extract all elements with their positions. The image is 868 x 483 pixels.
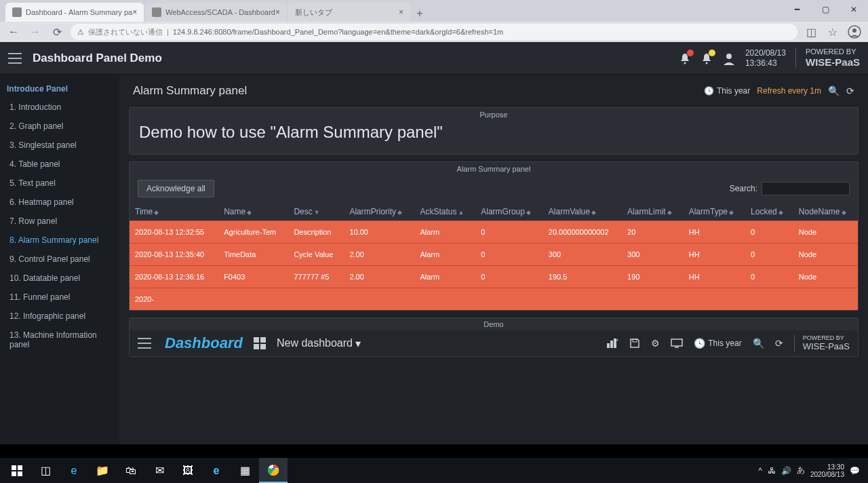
dashboard-brand: Dashboard (165, 334, 243, 352)
browser-tab[interactable]: WebAccess/SCADA - Dashboard × (145, 3, 287, 22)
network-icon[interactable]: 🖧 (768, 466, 776, 476)
edge-icon[interactable]: e (60, 458, 88, 483)
ime-icon[interactable]: あ (797, 465, 805, 476)
svg-point-3 (705, 62, 707, 64)
col-priority[interactable]: AlarmPriority◆ (344, 203, 414, 221)
save-icon[interactable] (629, 338, 640, 349)
sidebar-item-machine-info[interactable]: 13. Machine Information panel (0, 326, 119, 354)
close-tab-icon[interactable]: × (275, 7, 280, 17)
col-desc[interactable]: Desc▼ (288, 203, 344, 221)
powered-by: POWERED BY WISE-PaaS (795, 47, 860, 69)
sidebar-item-infographic[interactable]: 12. Infographic panel (0, 307, 119, 326)
cell-locked: 0 (745, 221, 793, 244)
start-button[interactable] (3, 458, 31, 483)
refresh-icon[interactable]: ⟳ (775, 338, 783, 349)
settings-icon[interactable]: ⚙ (651, 338, 660, 349)
tv-icon[interactable] (671, 339, 683, 348)
sidebar-item-datatable[interactable]: 10. Datatable panel (0, 269, 119, 288)
col-locked[interactable]: Locked◆ (745, 203, 793, 221)
url-input[interactable]: ⚠ 保護されていない通信 | 124.9.8.246:8080/frame/Da… (71, 24, 797, 40)
zoom-out-icon[interactable]: 🔍 (828, 85, 840, 96)
task-view-icon[interactable]: ◫ (31, 458, 60, 483)
chrome-icon[interactable] (259, 458, 288, 483)
sidebar-item-text[interactable]: 5. Text panel (0, 174, 119, 193)
refresh-icon[interactable]: ⟳ (846, 85, 854, 96)
sidebar-item-graph[interactable]: 2. Graph panel (0, 117, 119, 136)
maximize-button[interactable]: ▢ (811, 0, 840, 19)
cell-node: Node (793, 221, 858, 244)
powered-label: POWERED BY (806, 47, 860, 56)
browser-tab[interactable]: Dashboard - Alarm Summary pa × (5, 3, 144, 22)
table-row[interactable]: 2020-08-13 12:35:40TimeDataCycle Value2.… (130, 244, 858, 266)
panel-label: Demo (130, 318, 858, 330)
cell-name (218, 288, 288, 311)
menu-button[interactable] (138, 338, 151, 349)
sidebar-item-table[interactable]: 4. Table panel (0, 155, 119, 174)
mail-icon[interactable]: ✉ (145, 458, 174, 483)
ie-icon[interactable]: e (202, 458, 231, 483)
profile-icon[interactable] (846, 24, 863, 40)
notifications-icon[interactable]: 💬 (850, 466, 860, 476)
sidebar-item-funnel[interactable]: 11. Funnel panel (0, 288, 119, 307)
new-tab-button[interactable]: + (412, 5, 428, 22)
browser-tab[interactable]: 新しいタブ × (288, 3, 410, 22)
taskbar-clock[interactable]: 13:30 2020/08/13 (810, 463, 844, 478)
extension-icon[interactable]: ◫ (803, 24, 819, 40)
search-input[interactable] (762, 182, 850, 195)
tray-chevron-icon[interactable]: ^ (758, 466, 762, 476)
close-button[interactable]: ✕ (840, 0, 868, 19)
col-nodename[interactable]: NodeName◆ (793, 203, 858, 221)
header-datetime: 2020/08/13 13:36:43 (745, 48, 786, 68)
table-row[interactable]: 2020- (130, 288, 858, 311)
cell-priority: 2.00 (344, 266, 414, 288)
col-ackstatus[interactable]: AckStatus▲ (414, 203, 475, 221)
col-name[interactable]: Name◆ (218, 203, 288, 221)
bookmark-icon[interactable]: ☆ (825, 24, 841, 40)
sidebar-item-row[interactable]: 7. Row panel (0, 212, 119, 231)
minimize-button[interactable]: ━ (783, 0, 811, 19)
col-group[interactable]: AlarmGroup◆ (475, 203, 543, 221)
sidebar-heading: Introduce Panel (0, 80, 119, 98)
reload-button[interactable]: ⟳ (49, 24, 65, 40)
volume-icon[interactable]: 🔊 (781, 466, 791, 476)
col-type[interactable]: AlarmType◆ (684, 203, 745, 221)
close-tab-icon[interactable]: × (132, 7, 137, 17)
table-row[interactable]: 2020-08-13 12:32:55Agriculture-TemDescri… (130, 221, 858, 244)
menu-button[interactable] (8, 53, 22, 64)
user-icon[interactable] (722, 52, 736, 65)
notification-bell-icon[interactable] (701, 52, 713, 64)
close-tab-icon[interactable]: × (399, 7, 403, 17)
dashboard-name-dropdown[interactable]: New dashboard ▾ (277, 337, 361, 350)
back-button[interactable]: ← (5, 24, 22, 40)
header-date: 2020/08/13 (745, 48, 786, 58)
svg-rect-5 (607, 343, 610, 348)
sidebar-item-heatmap[interactable]: 6. Heatmap panel (0, 193, 119, 212)
tab-title: Dashboard - Alarm Summary pa (26, 8, 132, 16)
sidebar-item-introduction[interactable]: 1. Introduction (0, 98, 119, 117)
add-panel-icon[interactable]: + (606, 338, 618, 349)
table-row[interactable]: 2020-08-13 12:36:16F0403777777 #52.00Ala… (130, 266, 858, 288)
col-time[interactable]: Time◆ (130, 203, 218, 221)
sidebar-item-alarm-summary[interactable]: 8. Alarm Summary panel (0, 231, 119, 250)
refresh-interval[interactable]: Refresh every 1m (757, 86, 821, 96)
zoom-out-icon[interactable]: 🔍 (753, 338, 764, 349)
file-explorer-icon[interactable]: 📁 (88, 458, 117, 483)
grid-icon[interactable] (254, 337, 266, 349)
notification-bell-icon[interactable] (679, 52, 691, 64)
sidebar-item-singlestat[interactable]: 3. Singlestat panel (0, 136, 119, 155)
cell-node: Node (793, 266, 858, 288)
col-value[interactable]: AlarmValue◆ (543, 203, 622, 221)
acknowledge-all-button[interactable]: Acknowledge all (138, 180, 214, 197)
cell-name: TimeData (218, 244, 288, 266)
cell-name: F0403 (218, 266, 288, 288)
photos-icon[interactable]: 🖼 (174, 458, 202, 483)
store-icon[interactable]: 🛍 (117, 458, 145, 483)
sidebar-item-control-panel[interactable]: 9. Control Panel panel (0, 250, 119, 269)
app-icon[interactable]: ▦ (231, 458, 259, 483)
col-limit[interactable]: AlarmLimit◆ (622, 203, 684, 221)
cell-group: 0 (475, 244, 543, 266)
forward-button[interactable]: → (27, 24, 43, 40)
time-range-picker[interactable]: 🕓 This year (694, 338, 741, 349)
svg-point-2 (684, 62, 686, 64)
time-range-picker[interactable]: 🕓 This year (704, 86, 750, 96)
